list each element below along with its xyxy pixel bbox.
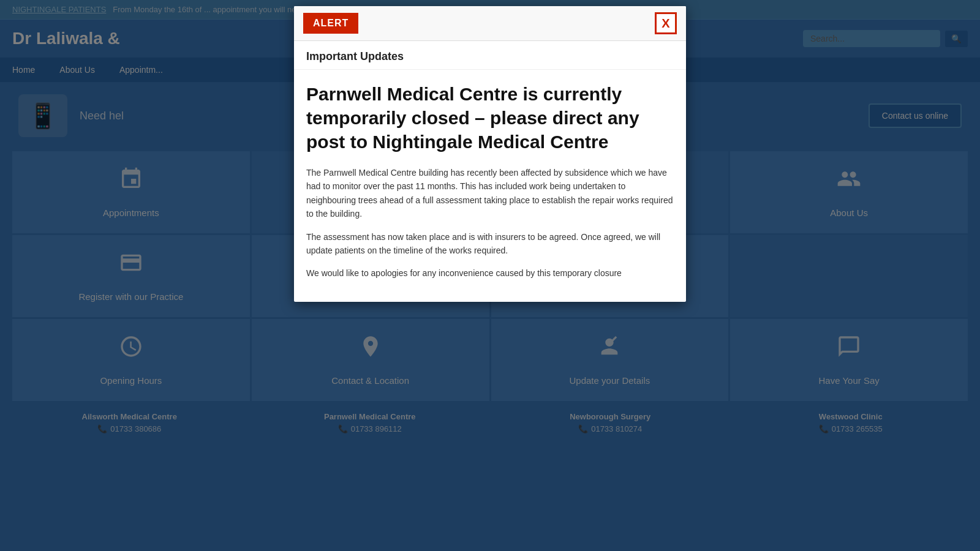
alert-modal: ALERT X Important Updates Parnwell Medic… xyxy=(294,6,686,302)
modal-paragraph-3: We would like to apologies for any incon… xyxy=(306,266,674,280)
modal-paragraph-1: The Parnwell Medical Centre building has… xyxy=(306,166,674,221)
modal-important-title: Important Updates xyxy=(306,50,674,63)
modal-overlay[interactable]: ALERT X Important Updates Parnwell Medic… xyxy=(0,0,980,551)
modal-paragraph-2: The assessment has now taken place and i… xyxy=(306,230,674,258)
modal-body: Parnwell Medical Centre is currently tem… xyxy=(294,70,686,302)
modal-close-button[interactable]: X xyxy=(655,12,677,34)
modal-main-title: Parnwell Medical Centre is currently tem… xyxy=(306,82,674,154)
alert-label: ALERT xyxy=(303,13,358,34)
